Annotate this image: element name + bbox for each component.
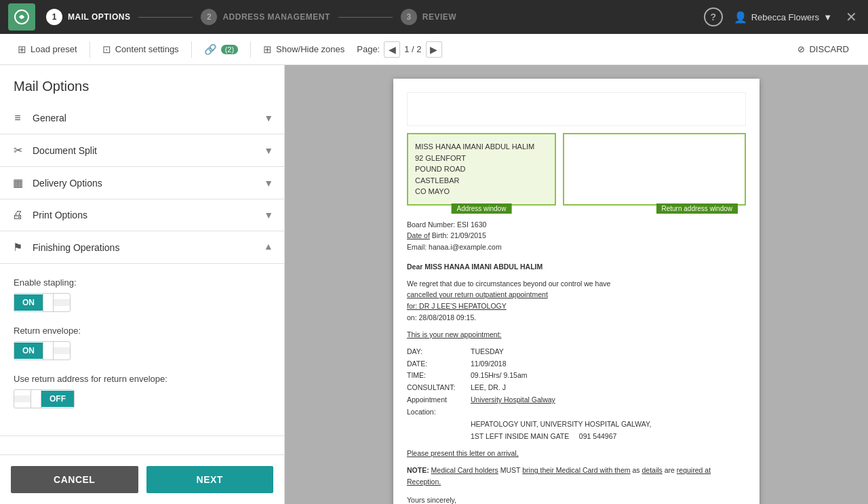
return-env-handle [43,342,54,360]
dob: Date of Birth: 21/09/2015 [407,231,486,239]
doc-header-area [407,92,746,126]
appt-row-consultant: CONSULTANT: LEE, DR. J [407,382,746,394]
section-print-options[interactable]: 🖨 Print Options ▼ [0,199,284,231]
finishing-operations-content: Enable stapling: ON Return envelope: ON [0,264,284,436]
content-settings-button[interactable]: ⊡ Content settings [96,39,186,60]
attachment-icon: 🔗 [204,43,217,56]
doc-address-row: MISS HANAA IMANI ABDUL HALIM 92 GLENFORT… [407,133,746,206]
page-label: Page: [357,44,380,54]
board-number: Board Number: ESI 1630 [407,220,486,229]
section-document-split[interactable]: ✂ Document Split ▼ [0,134,284,167]
section-general[interactable]: ≡ General ▼ [0,102,284,134]
step-3-label: REVIEW [422,12,456,22]
para1d: on: 28/08/2018 09:15. [407,313,476,322]
page-next-button[interactable]: ▶ [426,41,442,58]
address-line3: CASTLEBAR [415,176,459,185]
return-env-off-option[interactable] [54,347,70,354]
help-button[interactable]: ? [704,7,723,26]
new-appointment-label: This is your new appointment: [407,329,746,341]
user-name: Rebecca Flowers [751,12,819,22]
document-split-chevron-icon: ▼ [264,145,273,156]
appt-row-unit: HEPATOLOGY UNIT, UNIVERSITY HOSPITAL GAL… [407,419,746,431]
discard-icon: ⊘ [797,44,805,54]
load-preset-button[interactable]: ⊞ Load preset [11,39,84,60]
sidebar: Mail Options ≡ General ▼ ✂ Document Spli… [0,65,285,504]
para1a: We regret that due to circumstances beyo… [407,279,610,288]
step-1: 1 MAIL OPTIONS [46,9,130,25]
appt-row-location: Appointment Location: University Hospita… [407,394,746,419]
general-icon: ≡ [11,112,24,124]
patient-info-area: Board Number: ESI 1630 Date of Birth: 21… [407,219,746,505]
enable-stapling-toggle[interactable]: ON [14,293,71,312]
address-name: MISS HANAA IMANI ABDUL HALIM [415,142,534,151]
next-button[interactable]: NEXT [146,466,274,493]
finishing-operations-chevron-icon: ▼ [264,242,273,253]
email: Email: hanaa.i@example.com [407,243,502,251]
print-options-chevron-icon: ▼ [264,210,273,220]
page-prev-button[interactable]: ◀ [384,41,400,58]
load-preset-label: Load preset [31,44,77,54]
top-nav-right: ? 👤 Rebecca Flowers ▼ ✕ [704,6,860,28]
show-hide-zones-button[interactable]: ⊞ Show/Hide zones [256,39,351,60]
para1c: for: DR J LEE'S HEPATOLOGY [407,302,507,310]
step-3: 3 REVIEW [401,9,456,25]
step-line-2 [338,17,393,18]
zones-icon: ⊞ [263,43,272,56]
load-preset-icon: ⊞ [18,43,26,56]
general-chevron-icon: ▼ [264,113,273,123]
toolbar: ⊞ Load preset ⊡ Content settings 🔗 (2) ⊞… [0,34,868,65]
note-paragraph: NOTE: Medical Card holders MUST bring th… [407,465,746,488]
use-return-address-row: Use return address for return envelope: … [14,374,271,408]
para1b: cancelled your return outpatient appoint… [407,290,548,298]
patient-info: Board Number: ESI 1630 Date of Birth: 21… [407,219,746,253]
stapling-on-option[interactable]: ON [14,294,43,311]
return-envelope-toggle[interactable]: ON [14,341,71,360]
address-window-tag: Address window [452,203,512,214]
section-delivery-options[interactable]: ▦ Delivery Options ▼ [0,167,284,199]
letter-body: Dear MISS HANAA IMANI ABDUL HALIM We reg… [407,261,746,504]
address-line4: CO MAYO [415,187,450,195]
para1: We regret that due to circumstances beyo… [407,278,746,324]
sidebar-title: Mail Options [0,65,284,102]
use-return-addr-on-option[interactable] [14,395,31,402]
appt-row-gate: 1ST LEFT INSIDE MAIN GATE 091 544967 [407,431,746,443]
close-button[interactable]: ✕ [843,6,860,28]
use-return-address-toggle[interactable]: OFF [14,389,75,408]
finishing-operations-icon: ⚑ [11,241,24,254]
main-layout: Mail Options ≡ General ▼ ✂ Document Spli… [0,65,868,504]
section-delivery-options-label: Delivery Options [33,178,264,189]
return-env-on-option[interactable]: ON [14,343,43,359]
step-3-circle: 3 [401,9,417,25]
note-label: NOTE: [407,466,431,474]
stapling-off-option[interactable] [54,299,70,306]
step-1-label: MAIL OPTIONS [68,12,130,22]
step-2: 2 ADDRESS MANAGEMENT [201,9,330,25]
show-hide-zones-label: Show/Hide zones [276,44,344,54]
user-chevron-icon: ▼ [823,12,832,22]
toolbar-divider-3 [250,41,251,58]
discard-button[interactable]: ⊘ DISCARD [789,40,857,58]
use-return-address-label: Use return address for return envelope: [14,374,271,384]
page-control: Page: ◀ 1 / 2 ▶ [357,41,441,58]
step-2-circle: 2 [201,9,217,25]
step-2-label: ADDRESS MANAGEMENT [222,12,330,22]
wizard-steps: 1 MAIL OPTIONS 2 ADDRESS MANAGEMENT 3 RE… [46,9,704,25]
attachments-button[interactable]: 🔗 (2) [197,39,245,60]
address-text: MISS HANAA IMANI ABDUL HALIM 92 GLENFORT… [415,141,548,197]
use-return-addr-handle [31,390,41,408]
document-split-icon: ✂ [11,144,24,157]
address-line1: 92 GLENFORT [415,154,466,162]
discard-label: DISCARD [809,44,849,54]
use-return-addr-off-option[interactable]: OFF [41,391,74,407]
user-menu[interactable]: 👤 Rebecca Flowers ▼ [734,11,832,24]
user-icon: 👤 [734,11,747,24]
appt-row-date: DATE: 11/09/2018 [407,358,746,370]
enable-stapling-row: Enable stapling: ON [14,277,271,312]
cancel-button[interactable]: CANCEL [11,466,138,493]
section-finishing-operations[interactable]: ⚑ Finishing Operations ▼ [0,231,284,264]
return-envelope-label: Return envelope: [14,326,271,336]
stapling-handle [43,294,54,311]
return-envelope-row: Return envelope: ON [14,326,271,360]
preview-area: MISS HANAA IMANI ABDUL HALIM 92 GLENFORT… [285,65,868,504]
section-general-label: General [33,113,264,123]
